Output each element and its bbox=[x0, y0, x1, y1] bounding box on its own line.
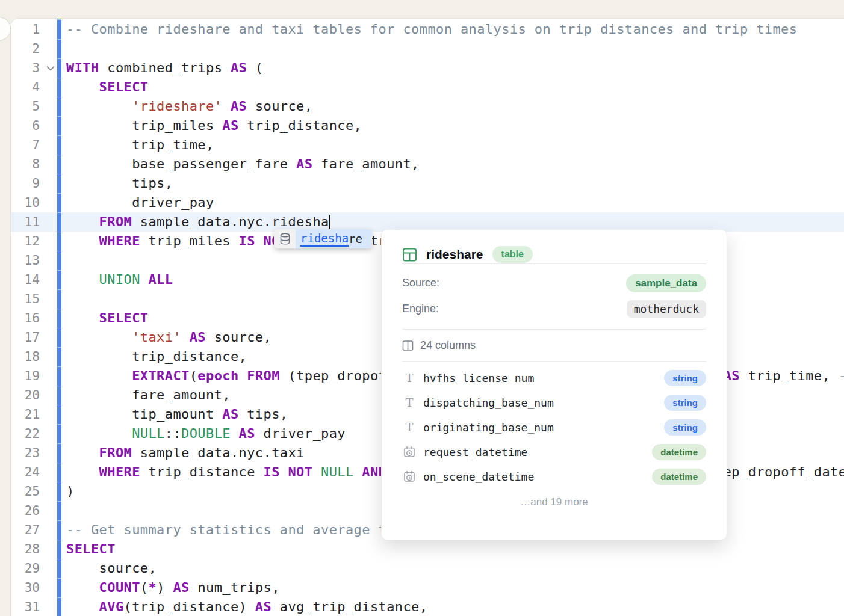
line-number[interactable]: 11 bbox=[10, 212, 40, 232]
line-number[interactable]: 9 bbox=[10, 174, 40, 193]
source-label: Source: bbox=[402, 277, 439, 289]
column-type-badge: datetime bbox=[652, 444, 706, 460]
line-number[interactable]: 24 bbox=[10, 463, 40, 482]
line-number[interactable]: 18 bbox=[10, 347, 40, 366]
line-numbers: 1234567891011121314151617181920212223242… bbox=[10, 20, 40, 616]
line-number[interactable]: 16 bbox=[10, 309, 40, 328]
line-number[interactable]: 28 bbox=[10, 540, 40, 559]
column-type-badge: string bbox=[664, 419, 706, 436]
text-type-icon: T bbox=[402, 422, 417, 433]
code-line-28[interactable]: SELECT bbox=[66, 540, 844, 559]
code-line-8[interactable]: base_passenger_fare AS fare_amount, bbox=[66, 155, 844, 174]
text-type-icon: T bbox=[402, 397, 417, 408]
table-info-tooltip: rideshare table Source: sample_data Engi… bbox=[381, 229, 727, 540]
text-cursor bbox=[329, 215, 330, 230]
column-type-badge: string bbox=[664, 370, 706, 386]
column-name: hvfhs_license_num bbox=[423, 372, 534, 384]
line-number[interactable]: 5 bbox=[10, 97, 40, 116]
line-number[interactable]: 3 bbox=[10, 58, 40, 78]
calendar-clock-icon bbox=[402, 446, 417, 458]
column-name: request_datetime bbox=[423, 446, 527, 458]
line-number[interactable]: 14 bbox=[10, 270, 40, 289]
column-type-badge: datetime bbox=[652, 469, 706, 485]
tooltip-header: rideshare table bbox=[402, 230, 706, 263]
autocomplete-rest-text: re bbox=[349, 232, 362, 245]
autocomplete-item-rideshare[interactable]: rideshare bbox=[296, 229, 372, 248]
line-number[interactable]: 19 bbox=[10, 366, 40, 386]
table-type-badge: table bbox=[492, 246, 533, 263]
line-number[interactable]: 22 bbox=[10, 424, 40, 443]
changed-lines-gutter-bar bbox=[57, 19, 61, 616]
table-title: rideshare bbox=[426, 247, 483, 262]
code-line-30[interactable]: COUNT(*) AS num_trips, bbox=[66, 578, 844, 597]
tooltip-columns: Thvfhs_license_numstringTdispatching_bas… bbox=[402, 362, 706, 489]
line-number[interactable]: 1 bbox=[10, 20, 40, 39]
code-line-10[interactable]: driver_pay bbox=[66, 193, 844, 212]
code-line-29[interactable]: source, bbox=[66, 559, 844, 578]
code-line-5[interactable]: 'rideshare' AS source, bbox=[66, 97, 844, 116]
column-name: dispatching_base_num bbox=[423, 396, 554, 409]
line-number[interactable]: 10 bbox=[10, 193, 40, 212]
source-value-badge: sample_data bbox=[626, 274, 706, 292]
line-number[interactable]: 17 bbox=[10, 328, 40, 347]
line-number[interactable]: 4 bbox=[10, 78, 40, 97]
code-line-3[interactable]: WITH combined_trips AS ( bbox=[66, 58, 844, 78]
line-number[interactable]: 7 bbox=[10, 135, 40, 155]
column-row-request_datetime: request_datetimedatetime bbox=[402, 440, 706, 464]
columns-summary: 24 columns bbox=[402, 330, 706, 361]
text-type-icon: T bbox=[402, 372, 417, 384]
table-icon bbox=[402, 247, 417, 262]
engine-row: Engine: motherduck bbox=[402, 296, 706, 322]
line-number[interactable]: 30 bbox=[10, 578, 40, 597]
line-number[interactable]: 15 bbox=[10, 289, 40, 309]
code-line-6[interactable]: trip_miles AS trip_distance, bbox=[66, 116, 844, 135]
code-line-9[interactable]: tips, bbox=[66, 174, 844, 193]
line-number[interactable]: 29 bbox=[10, 559, 40, 578]
line-number[interactable]: 20 bbox=[10, 386, 40, 405]
column-name: on_scene_datetime bbox=[423, 470, 534, 483]
engine-value-badge: motherduck bbox=[627, 300, 706, 318]
autocomplete-match-text: ridesha bbox=[300, 232, 349, 247]
code-line-2[interactable] bbox=[66, 39, 844, 58]
code-line-4[interactable]: SELECT bbox=[66, 78, 844, 97]
columns-count-text: 24 columns bbox=[420, 339, 476, 352]
line-number[interactable]: 26 bbox=[10, 501, 40, 520]
engine-label: Engine: bbox=[402, 303, 439, 315]
line-number[interactable]: 21 bbox=[10, 405, 40, 424]
more-columns-text: …and 19 more bbox=[402, 496, 706, 508]
autocomplete-popup[interactable]: rideshare bbox=[274, 229, 372, 248]
database-icon bbox=[274, 229, 296, 248]
column-row-on_scene_datetime: on_scene_datetimedatetime bbox=[402, 464, 706, 489]
column-name: originating_base_num bbox=[423, 421, 554, 434]
calendar-clock-icon bbox=[402, 470, 417, 483]
code-line-7[interactable]: trip_time, bbox=[66, 135, 844, 155]
panel-edge-button[interactable] bbox=[0, 17, 11, 41]
line-number[interactable]: 6 bbox=[10, 116, 40, 135]
line-number[interactable]: 23 bbox=[10, 443, 40, 463]
code-line-31[interactable]: AVG(trip_distance) AS avg_trip_distance, bbox=[66, 597, 844, 616]
line-number[interactable]: 25 bbox=[10, 482, 40, 501]
columns-icon bbox=[402, 340, 414, 351]
line-number[interactable]: 8 bbox=[10, 155, 40, 174]
line-number[interactable]: 31 bbox=[10, 597, 40, 616]
line-number[interactable]: 2 bbox=[10, 39, 40, 58]
column-type-badge: string bbox=[664, 395, 706, 411]
column-row-originating_base_num: Toriginating_base_numstring bbox=[402, 415, 706, 440]
column-row-dispatching_base_num: Tdispatching_base_numstring bbox=[402, 390, 706, 415]
line-number[interactable]: 12 bbox=[10, 232, 40, 251]
fold-chevron-down-icon[interactable] bbox=[45, 58, 57, 78]
source-row: Source: sample_data bbox=[402, 270, 706, 296]
code-line-1[interactable]: -- Combine rideshare and taxi tables for… bbox=[66, 20, 844, 39]
line-number[interactable]: 13 bbox=[10, 251, 40, 270]
line-number[interactable]: 27 bbox=[10, 520, 40, 540]
column-row-hvfhs_license_num: Thvfhs_license_numstring bbox=[402, 366, 706, 390]
